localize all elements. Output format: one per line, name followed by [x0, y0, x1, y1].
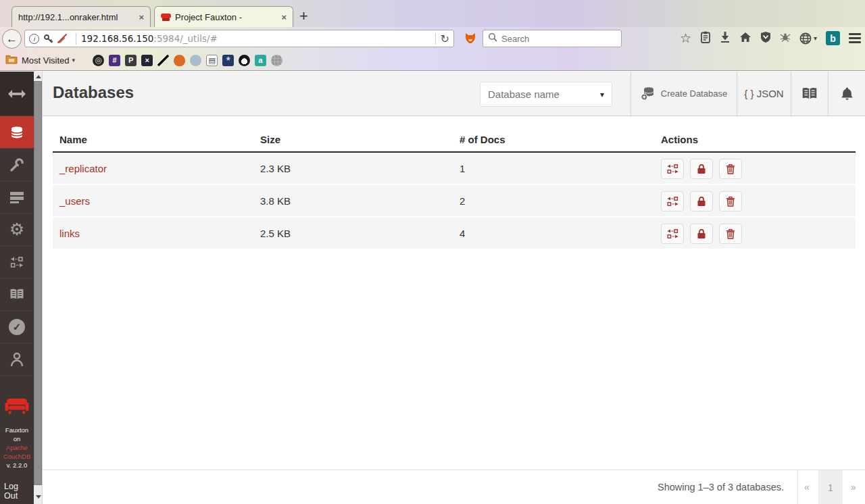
- folder-icon: [5, 54, 18, 66]
- bookmark-favicon[interactable]: *: [222, 55, 234, 66]
- database-doc-count: 4: [460, 228, 465, 239]
- database-link[interactable]: _replicator: [59, 163, 107, 174]
- fauxton-sidebar: ⚙ ✓ Fauxton on Apache CouchDB v. 2.2.0 L…: [0, 72, 34, 504]
- row-actions: [661, 159, 742, 179]
- addon-spider-icon[interactable]: [780, 32, 791, 45]
- database-doc-count: 1: [460, 163, 465, 174]
- database-plus-icon: [641, 86, 655, 101]
- page-scrollbar[interactable]: [34, 72, 43, 504]
- permissions-button[interactable]: [690, 224, 713, 244]
- bookmark-favicon[interactable]: ◎: [93, 55, 104, 66]
- database-name-input[interactable]: [488, 89, 600, 100]
- search-bar[interactable]: [483, 30, 622, 47]
- bookmark-star-icon[interactable]: ☆: [680, 30, 691, 46]
- replicate-button[interactable]: [661, 191, 684, 211]
- back-button[interactable]: ←: [2, 29, 22, 49]
- identity-globe-icon[interactable]: ▾: [799, 32, 817, 45]
- bookmark-favicon[interactable]: [174, 55, 185, 66]
- pagination-next[interactable]: »: [851, 482, 856, 493]
- results-summary: Showing 1–3 of 3 databases.: [658, 482, 784, 493]
- menu-icon[interactable]: [849, 33, 861, 43]
- scrollbar-thumb[interactable]: [34, 81, 42, 485]
- database-link[interactable]: links: [59, 228, 80, 239]
- browser-tab-active[interactable]: Project Fauxton - ×: [154, 6, 293, 27]
- page-info-icon[interactable]: i: [29, 34, 39, 44]
- database-name-combobox[interactable]: ▾: [480, 82, 612, 107]
- bookmark-favicon[interactable]: a: [255, 55, 266, 66]
- row-actions: [661, 224, 742, 244]
- pocket-shield-icon[interactable]: [760, 31, 771, 46]
- lock-icon: [697, 196, 706, 207]
- permissions-button[interactable]: [690, 159, 713, 179]
- downloads-icon[interactable]: [720, 31, 731, 45]
- page-title: Databases: [53, 83, 134, 102]
- scroll-up-arrow[interactable]: [36, 75, 41, 78]
- edit-disabled-icon[interactable]: [57, 33, 68, 44]
- documentation-button[interactable]: [791, 72, 828, 116]
- bing-addon-icon[interactable]: b: [826, 31, 840, 45]
- search-input[interactable]: [501, 34, 620, 44]
- table-row: _replicator 2.3 KB 1: [53, 153, 856, 185]
- version-caption: Fauxton on Apache CouchDB v. 2.2.0: [0, 426, 34, 470]
- replicate-button[interactable]: [661, 159, 684, 179]
- chevron-down-icon[interactable]: ▾: [600, 90, 604, 99]
- url-bar[interactable]: i 192.168.56.150 :5984/_utils/# ↻: [24, 30, 454, 47]
- delete-button[interactable]: [719, 159, 742, 179]
- tab-close-icon[interactable]: ×: [281, 12, 287, 22]
- sidebar-item-activetasks[interactable]: [0, 181, 34, 213]
- table-row: links 2.5 KB 4: [53, 218, 856, 250]
- sidebar-collapse-button[interactable]: [0, 72, 34, 116]
- tab-close-icon[interactable]: ×: [139, 12, 144, 22]
- sidebar-item-documentation[interactable]: [0, 278, 34, 311]
- bookmark-favicon[interactable]: [239, 55, 250, 66]
- most-visited-bookmark[interactable]: Most Visited: [22, 55, 70, 66]
- sidebar-item-account[interactable]: [0, 343, 34, 376]
- sidebar-item-configuration[interactable]: ⚙: [0, 213, 34, 246]
- sidebar-item-verify[interactable]: ✓: [0, 311, 34, 343]
- sidebar-item-replication[interactable]: [0, 246, 34, 278]
- gear-icon: ⚙: [9, 221, 24, 238]
- delete-button[interactable]: [719, 224, 742, 244]
- permissions-button[interactable]: [690, 191, 713, 211]
- bookmark-favicon[interactable]: [157, 55, 169, 66]
- key-icon[interactable]: [43, 34, 53, 44]
- url-path: :5984/_utils/#: [153, 33, 217, 44]
- sidebar-item-setup[interactable]: [0, 149, 34, 181]
- new-tab-button[interactable]: +: [299, 7, 308, 25]
- reload-icon[interactable]: ↻: [441, 32, 449, 45]
- replicate-icon: [667, 197, 678, 206]
- bookmark-favicon[interactable]: #: [109, 55, 120, 66]
- bookmark-favicon[interactable]: [190, 55, 201, 66]
- column-header-docs: # of Docs: [460, 134, 505, 145]
- notifications-button[interactable]: [829, 72, 865, 116]
- bookmark-favicon[interactable]: P: [125, 55, 137, 66]
- bookmark-favicon[interactable]: ×: [141, 55, 153, 66]
- replicate-button[interactable]: [661, 224, 684, 244]
- bookmark-favicon[interactable]: [271, 55, 282, 66]
- pagination-current-page[interactable]: 1: [818, 470, 843, 504]
- create-database-button[interactable]: Create Database: [631, 72, 737, 116]
- sidebar-item-databases[interactable]: [0, 116, 34, 149]
- lock-icon: [697, 163, 706, 174]
- json-toggle-button[interactable]: { } JSON: [737, 72, 791, 116]
- column-header-actions: Actions: [661, 134, 698, 145]
- replicate-icon: [667, 164, 678, 174]
- databases-page: Databases ▾ Create Database { } JSON: [43, 72, 865, 504]
- databases-table: Name Size # of Docs Actions _replicator …: [53, 128, 856, 250]
- scroll-down-arrow[interactable]: [36, 495, 41, 499]
- search-icon: [488, 32, 497, 45]
- row-actions: [661, 191, 742, 211]
- chevron-down-icon: ▾: [72, 57, 76, 64]
- bookmark-favicon[interactable]: ▤: [206, 55, 218, 66]
- url-host: 192.168.56.150: [81, 33, 153, 44]
- database-link[interactable]: _users: [59, 195, 90, 207]
- browser-tab-inactive[interactable]: http://192.1...onraker.html ×: [11, 6, 151, 27]
- delete-button[interactable]: [719, 191, 742, 211]
- logout-link[interactable]: Log Out: [4, 482, 34, 501]
- pagination-prev[interactable]: «: [804, 482, 810, 493]
- check-circle-icon: ✓: [9, 319, 25, 335]
- firefox-addon-icon[interactable]: [464, 32, 477, 45]
- clipboard-icon[interactable]: [700, 31, 711, 46]
- browser-chrome: http://192.1...onraker.html × Project Fa…: [0, 0, 865, 71]
- home-icon[interactable]: [739, 32, 751, 45]
